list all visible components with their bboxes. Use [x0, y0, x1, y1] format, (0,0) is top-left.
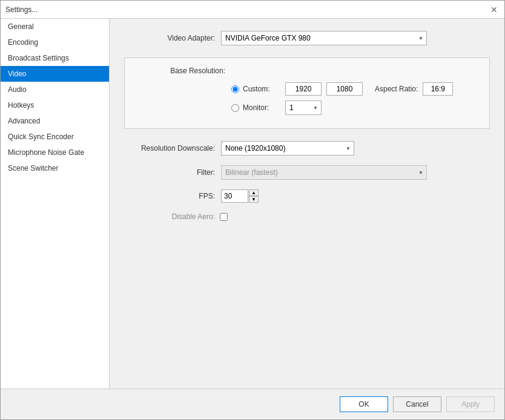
title-bar: Settings... ✕ — [1, 1, 504, 19]
disable-aero-checkbox[interactable] — [220, 213, 228, 221]
fps-row: FPS: ▲ ▼ — [124, 189, 490, 203]
aspect-ratio-value: 16:9 — [423, 82, 453, 96]
close-button[interactable]: ✕ — [489, 4, 500, 15]
monitor-select-wrapper: 1 — [285, 100, 322, 115]
disable-aero-row: Disable Aero: — [124, 212, 490, 221]
filter-label: Filter: — [124, 168, 215, 177]
monitor-radio-row: Monitor: 1 — [231, 100, 480, 115]
sidebar-item-general[interactable]: General — [1, 19, 109, 34]
fps-spinner: ▲ ▼ — [221, 189, 259, 203]
cancel-button[interactable]: Cancel — [393, 396, 441, 412]
base-resolution-header: Base Resolution: — [134, 67, 480, 75]
resolution-inputs — [285, 82, 363, 96]
footer: OK Cancel Apply — [1, 389, 504, 419]
content-area: Video Adapter: NVIDIA GeForce GTX 980 Ba… — [110, 19, 504, 389]
sidebar-item-scene-switcher[interactable]: Scene Switcher — [1, 160, 109, 176]
settings-dialog: Settings... ✕ General Encoding Broadcast… — [0, 0, 505, 420]
custom-label[interactable]: Custom: — [243, 85, 285, 93]
sidebar-item-broadcast-settings[interactable]: Broadcast Settings — [1, 50, 109, 66]
filter-select[interactable]: Bilinear (fastest) — [221, 165, 427, 180]
resolution-downscale-row: Resolution Downscale: None (1920x1080) — [124, 141, 490, 156]
ok-button[interactable]: OK — [340, 396, 388, 412]
sidebar-item-audio[interactable]: Audio — [1, 82, 109, 97]
main-content: General Encoding Broadcast Settings Vide… — [1, 19, 504, 389]
filter-select-wrapper: Bilinear (fastest) — [221, 165, 427, 180]
fps-decrement-button[interactable]: ▼ — [249, 196, 259, 203]
fps-increment-button[interactable]: ▲ — [249, 189, 259, 196]
sidebar-item-video[interactable]: Video — [1, 66, 109, 82]
sidebar-item-advanced[interactable]: Advanced — [1, 113, 109, 129]
video-adapter-select[interactable]: NVIDIA GeForce GTX 980 — [221, 31, 427, 45]
sidebar-item-microphone-noise-gate[interactable]: Microphone Noise Gate — [1, 145, 109, 160]
resolution-downscale-wrapper: None (1920x1080) — [221, 141, 354, 156]
custom-radio-row: Custom: Aspect Ratio: 16:9 — [231, 82, 480, 96]
video-adapter-select-wrapper: NVIDIA GeForce GTX 980 — [221, 31, 427, 45]
base-resolution-label: Base Resolution: — [134, 67, 225, 75]
resolution-width-input[interactable] — [285, 82, 322, 96]
dialog-title: Settings... — [5, 5, 38, 14]
monitor-select[interactable]: 1 — [285, 100, 322, 115]
aspect-ratio-group: Aspect Ratio: 16:9 — [375, 82, 453, 96]
apply-button[interactable]: Apply — [446, 396, 495, 412]
sidebar: General Encoding Broadcast Settings Vide… — [1, 19, 110, 389]
aspect-ratio-label: Aspect Ratio: — [375, 85, 418, 93]
fps-label: FPS: — [124, 192, 215, 200]
disable-aero-label: Disable Aero: — [124, 212, 215, 221]
base-resolution-section: Base Resolution: Custom: Aspect Ratio: 1… — [124, 57, 490, 129]
resolution-height-input[interactable] — [326, 82, 363, 96]
resolution-downscale-select[interactable]: None (1920x1080) — [221, 141, 354, 156]
monitor-radio[interactable] — [231, 104, 239, 112]
filter-row: Filter: Bilinear (fastest) — [124, 165, 490, 180]
sidebar-item-encoding[interactable]: Encoding — [1, 34, 109, 50]
video-adapter-row: Video Adapter: NVIDIA GeForce GTX 980 — [124, 31, 490, 45]
video-adapter-label: Video Adapter: — [124, 34, 215, 42]
fps-input[interactable] — [221, 189, 248, 203]
sidebar-item-hotkeys[interactable]: Hotkeys — [1, 97, 109, 113]
sidebar-item-quick-sync-encoder[interactable]: Quick Sync Encoder — [1, 129, 109, 145]
monitor-label[interactable]: Monitor: — [243, 103, 285, 112]
custom-radio[interactable] — [231, 85, 239, 93]
fps-spinner-buttons: ▲ ▼ — [249, 189, 259, 203]
resolution-downscale-label: Resolution Downscale: — [124, 144, 215, 153]
